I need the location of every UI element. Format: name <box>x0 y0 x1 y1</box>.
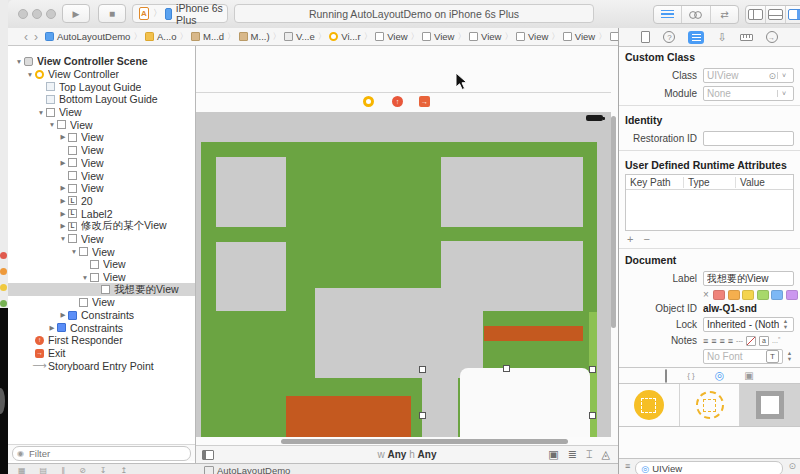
selection-handle[interactable] <box>589 412 596 419</box>
gray-subview-mid-left[interactable] <box>216 242 286 311</box>
disclosure-triangle-icon[interactable]: ▶ <box>58 311 68 319</box>
lock-dropdown[interactable]: Inherited - (Nothing) ▲▼ <box>703 317 794 332</box>
attributes-inspector-tab[interactable]: ⇩ <box>717 31 726 44</box>
more-format-icon[interactable]: ...ˮ <box>772 337 780 344</box>
color-swatch[interactable] <box>742 290 754 300</box>
font-panel-icon[interactable]: T <box>766 350 779 363</box>
disclosure-triangle-icon[interactable]: ▼ <box>47 121 57 128</box>
gray-subview-top-left[interactable] <box>216 157 286 227</box>
breadcrumb-item[interactable]: A...o <box>145 31 177 42</box>
clear-color-button[interactable]: × <box>703 289 709 300</box>
outline-row[interactable]: ▼View Controller Scene <box>8 55 195 68</box>
disclosure-triangle-icon[interactable]: ▶ <box>58 210 68 218</box>
debug-icon[interactable]: ∥ <box>61 466 65 474</box>
breadcrumb-item[interactable]: View <box>563 31 595 42</box>
class-dropdown-icon[interactable]: ˅ <box>777 72 790 79</box>
lock-stepper-icon[interactable]: ▲▼ <box>781 319 790 330</box>
gray-subview-center[interactable] <box>315 288 483 378</box>
selected-white-view[interactable] <box>460 368 590 437</box>
embed-in-stack-icon[interactable]: ▣ <box>548 448 558 461</box>
breadcrumb-item[interactable]: View <box>422 31 454 42</box>
color-swatch[interactable] <box>713 290 725 300</box>
library-item-object[interactable] <box>680 384 741 426</box>
outline-row[interactable]: Top Layout Guide <box>8 80 195 93</box>
file-template-library-tab[interactable] <box>665 370 667 382</box>
disclosure-triangle-icon[interactable]: ▶ <box>58 222 68 230</box>
class-field[interactable]: UIView ⊙ ˅ <box>703 68 794 83</box>
outline-row[interactable]: ▼View <box>8 118 195 131</box>
outline-row[interactable]: ▼View <box>8 233 195 246</box>
library-item-view-controller[interactable] <box>619 384 680 426</box>
outline-row[interactable]: View <box>8 258 195 271</box>
debug-icon[interactable]: ↥ <box>121 466 128 474</box>
outline-row[interactable]: View <box>8 296 195 309</box>
horizontal-scrollbar[interactable] <box>281 439 568 444</box>
breadcrumb-item[interactable]: View <box>375 31 407 42</box>
gray-subview-column[interactable] <box>422 378 458 437</box>
filter-input[interactable] <box>27 447 186 460</box>
align-left-icon[interactable]: ≡ <box>703 336 708 346</box>
back-button[interactable]: ‹ <box>24 31 28 43</box>
selection-handle[interactable] <box>589 366 596 373</box>
outline-row[interactable]: ⟶Storyboard Entry Point <box>8 360 195 373</box>
window-zoom-button[interactable] <box>46 9 56 19</box>
restoration-id-field[interactable] <box>703 131 794 146</box>
spacing-icon[interactable]: --- <box>736 337 743 344</box>
version-editor-button[interactable]: ⇄ <box>711 6 738 23</box>
pin-constraints-icon[interactable]: ⌶ <box>586 448 593 461</box>
disclosure-triangle-icon[interactable]: ▶ <box>58 184 68 192</box>
connections-inspector-tab[interactable]: → <box>766 31 778 43</box>
disclosure-triangle-icon[interactable]: ▼ <box>25 71 35 78</box>
quick-help-tab[interactable]: ? <box>663 31 675 43</box>
size-inspector-tab[interactable] <box>740 34 753 41</box>
resolve-autolayout-icon[interactable]: ◬ <box>602 448 610 461</box>
breadcrumb-item[interactable]: Vi...r <box>329 31 360 42</box>
breadcrumb-item[interactable]: V...e <box>284 31 315 42</box>
file-inspector-tab[interactable] <box>641 31 650 43</box>
align-center-icon[interactable]: ≡ <box>711 336 716 346</box>
color-swatch[interactable] <box>757 290 769 300</box>
gray-subview-top-right[interactable] <box>441 157 583 227</box>
font-stepper-icon[interactable]: ▲▼ <box>785 351 794 362</box>
text-style-icon[interactable]: a <box>759 336 769 346</box>
runtime-attributes-body[interactable] <box>626 190 793 230</box>
object-library-tab[interactable]: ◎ <box>715 369 725 382</box>
color-swatch[interactable] <box>771 290 783 300</box>
scheme-selector[interactable]: A 〉 iPhone 6s Plus <box>132 4 228 23</box>
filter-field[interactable]: ◉ <box>12 446 191 461</box>
debug-icon[interactable]: ↧ <box>100 466 107 474</box>
outline-row[interactable]: ▶Constraints <box>8 309 195 322</box>
orange-bottom-rect[interactable] <box>286 396 411 437</box>
outline-row[interactable]: ▶View <box>8 182 195 195</box>
orange-bar-right[interactable] <box>484 326 583 341</box>
debug-tab[interactable]: AutoLayoutDemo <box>204 464 290 474</box>
debug-icon[interactable]: ▤ <box>40 466 48 474</box>
disclosure-triangle-icon[interactable]: ▼ <box>69 248 79 255</box>
disclosure-triangle-icon[interactable]: ▼ <box>14 58 24 65</box>
outline-row[interactable]: ▼View <box>8 245 195 258</box>
debug-icon[interactable]: ⊘ <box>79 466 86 474</box>
breadcrumb-item[interactable]: AutoLayoutDemo <box>45 31 130 42</box>
align-icon[interactable]: ≣ <box>568 448 577 461</box>
identity-inspector-tab[interactable] <box>688 31 704 44</box>
class-target-icon[interactable]: ⊙ <box>768 71 776 81</box>
disclosure-triangle-icon[interactable]: ▼ <box>58 235 68 242</box>
disclosure-triangle-icon[interactable]: ▶ <box>58 133 68 141</box>
snippet-library-tab[interactable]: { } <box>687 371 695 380</box>
breadcrumb-item[interactable]: 我想要的View <box>610 30 618 43</box>
outline-row[interactable]: ▶L修改后的某个View <box>8 220 195 233</box>
outline-row[interactable]: ▶View <box>8 157 195 170</box>
library-filter-icon[interactable]: ⊙ <box>788 461 796 471</box>
breadcrumb-item[interactable]: View <box>516 31 548 42</box>
disclosure-triangle-icon[interactable]: ▶ <box>58 197 68 205</box>
add-attribute-button[interactable]: + <box>627 233 633 245</box>
marker-icon[interactable] <box>746 336 756 346</box>
remove-attribute-button[interactable]: − <box>643 233 649 245</box>
library-search-field[interactable]: ◎ UIView <box>635 461 783 474</box>
align-justify-icon[interactable]: ≡ <box>728 336 733 346</box>
ib-canvas[interactable]: ↑ → <box>196 46 618 445</box>
breadcrumb-item[interactable]: M...d <box>191 31 224 42</box>
assistant-editor-button[interactable] <box>682 6 710 23</box>
outline-row[interactable]: ↑First Responder <box>8 334 195 347</box>
outline-row[interactable]: View <box>8 144 195 157</box>
